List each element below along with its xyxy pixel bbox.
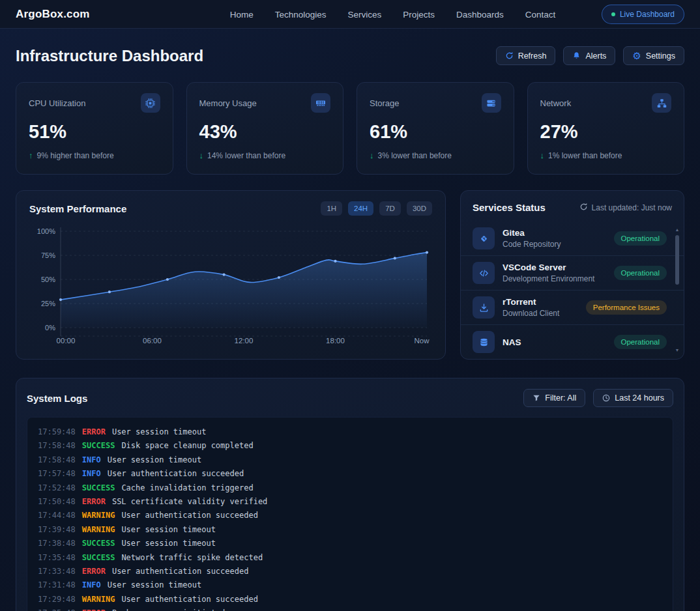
log-message: User authentication succeeded	[121, 511, 258, 520]
svg-text:12:00: 12:00	[235, 337, 254, 345]
time-range-buttons: 1H24H7D30D	[321, 201, 432, 216]
system-performance-card: System Performance 1H24H7D30D 0%25%50%75…	[16, 190, 446, 360]
time-range-filter-button[interactable]: Last 24 hours	[593, 389, 673, 407]
service-item-vscode-server: VSCode ServerDevelopment EnvironmentOper…	[461, 255, 684, 290]
filter-button[interactable]: Filter: All	[523, 389, 585, 407]
log-level: ERROR	[82, 427, 106, 436]
service-description: Code Repository	[503, 240, 561, 249]
log-level: WARNING	[82, 511, 115, 520]
log-level: WARNING	[82, 595, 115, 604]
system-logs-card: System Logs Filter: All Last 24 hours 17…	[16, 378, 684, 611]
log-timestamp: 17:44:48	[38, 511, 76, 520]
refresh-icon	[579, 203, 588, 213]
refresh-button[interactable]: Refresh	[496, 46, 556, 65]
scrollbar-thumb[interactable]	[675, 235, 679, 285]
live-dashboard-badge[interactable]: Live Dashboard	[602, 5, 684, 24]
stat-card-memory-usage: Memory Usage43%↓14% lower than before	[186, 82, 344, 175]
log-message: User session timeout	[108, 455, 202, 464]
stat-trend: ↓14% lower than before	[199, 150, 331, 160]
services-scrollbar[interactable]: ▲ ▼	[674, 227, 680, 352]
stat-trend: ↑9% higher than before	[29, 150, 160, 160]
range-button-7d[interactable]: 7D	[379, 201, 401, 216]
log-level: ERROR	[82, 497, 106, 506]
stat-card-network: Network27%↓1% lower than before	[527, 82, 685, 175]
log-timestamp: 17:25:48	[38, 608, 76, 611]
log-entry: 17:50:48ERRORSSL certificate validity ve…	[38, 495, 662, 509]
log-timestamp: 17:52:48	[38, 483, 76, 492]
service-item-nas: NASOperational	[461, 324, 684, 359]
gear-icon: ⚙	[632, 51, 641, 61]
log-entry: 17:58:48SUCCESSDisk space cleanup comple…	[38, 439, 662, 453]
nav-item-projects[interactable]: Projects	[403, 10, 435, 20]
log-timestamp: 17:33:48	[38, 567, 76, 576]
service-item-gitea: GiteaCode RepositoryOperational	[461, 221, 684, 255]
log-timestamp: 17:31:48	[38, 580, 76, 590]
log-timestamp: 17:59:48	[38, 427, 76, 436]
trend-down-arrow-icon: ↓	[199, 150, 204, 160]
svg-text:75%: 75%	[41, 251, 55, 259]
log-timestamp: 17:38:48	[38, 539, 76, 548]
header-actions: RefreshAlerts⚙Settings	[496, 46, 684, 65]
log-entry: 17:58:48INFOUser session timeout	[38, 453, 662, 467]
log-message: User session timeout	[108, 580, 202, 590]
nav-item-contact[interactable]: Contact	[525, 10, 556, 20]
log-timestamp: 17:50:48	[38, 497, 76, 506]
nav-item-dashboards[interactable]: Dashboards	[456, 10, 504, 20]
alerts-button[interactable]: Alerts	[563, 46, 615, 65]
log-level: INFO	[82, 455, 101, 464]
log-message: User session timeout	[121, 525, 216, 534]
log-message: Disk space cleanup completed	[121, 441, 253, 450]
live-dashboard-label: Live Dashboard	[620, 10, 675, 19]
range-button-1h[interactable]: 1H	[321, 201, 342, 216]
log-entry: 17:44:48WARNINGUser authentication succe…	[38, 509, 662, 522]
logs-title: System Logs	[27, 393, 87, 404]
stat-trend: ↓1% lower than before	[540, 150, 672, 160]
gitea-icon	[473, 227, 495, 249]
nas-icon	[473, 331, 495, 353]
log-entry: 17:31:48INFOUser session timeout	[38, 578, 662, 592]
log-message: User session timeout	[121, 539, 216, 548]
stat-value: 27%	[540, 121, 672, 143]
log-entry: 17:39:48WARNINGUser session timeout	[38, 523, 662, 537]
bell-icon	[572, 51, 581, 60]
log-console: 17:59:48ERRORUser session timeout17:58:4…	[27, 417, 673, 611]
status-badge: Operational	[614, 335, 667, 349]
log-message: SSL certificate validity verified	[112, 497, 267, 506]
nav-links: HomeTechnologiesServicesProjectsDashboar…	[230, 8, 556, 20]
log-level: SUCCESS	[82, 483, 115, 492]
log-message: User authentication succeeded	[112, 567, 249, 576]
range-button-30d[interactable]: 30D	[407, 201, 432, 216]
log-timestamp: 17:29:48	[38, 595, 76, 604]
top-nav: ArgoBox.com HomeTechnologiesServicesProj…	[0, 0, 700, 29]
log-level: SUCCESS	[82, 553, 115, 562]
stat-trend: ↓3% lower than before	[370, 150, 501, 160]
stat-value: 51%	[29, 121, 160, 143]
nav-item-technologies[interactable]: Technologies	[275, 10, 327, 20]
status-badge: Operational	[614, 231, 667, 246]
svg-text:0%: 0%	[45, 324, 55, 332]
log-level: ERROR	[82, 608, 106, 611]
scroll-up-arrow-icon[interactable]: ▲	[674, 227, 680, 232]
log-timestamp: 17:39:48	[38, 525, 76, 534]
scroll-down-arrow-icon[interactable]: ▼	[674, 348, 680, 352]
stat-value: 43%	[199, 121, 331, 143]
settings-button[interactable]: ⚙Settings	[623, 46, 684, 65]
log-entry: 17:59:48ERRORUser session timeout	[38, 425, 662, 439]
stat-label: CPU Utilization	[29, 98, 85, 108]
refresh-icon	[505, 51, 514, 60]
nav-item-services[interactable]: Services	[347, 10, 381, 20]
log-timestamp: 17:58:48	[38, 441, 76, 450]
status-badge: Operational	[614, 266, 667, 280]
log-level: SUCCESS	[82, 441, 115, 450]
brand-logo[interactable]: ArgoBox.com	[16, 8, 90, 21]
log-message: Cache invalidation triggered	[121, 483, 253, 492]
services-status-card: Services Status Last updated: Just now G…	[460, 190, 684, 360]
log-level: WARNING	[82, 525, 115, 534]
log-level: INFO	[82, 469, 101, 478]
range-button-24h[interactable]: 24H	[348, 201, 373, 216]
performance-chart: 0%25%50%75%100%00:0006:0012:0018:00Now	[29, 222, 432, 350]
trend-up-arrow-icon: ↑	[29, 150, 33, 160]
nav-item-home[interactable]: Home	[230, 10, 254, 20]
svg-text:50%: 50%	[41, 276, 55, 283]
log-timestamp: 17:58:48	[38, 455, 76, 464]
